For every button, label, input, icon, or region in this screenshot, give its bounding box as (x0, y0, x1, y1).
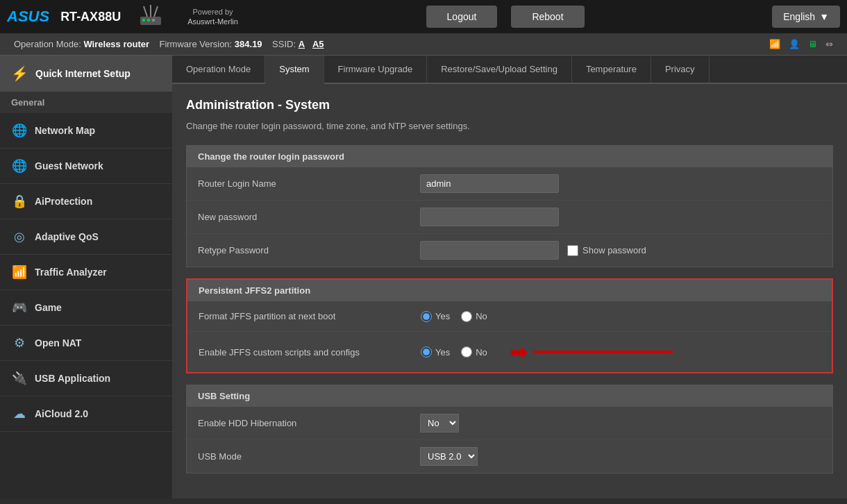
sidebar-item-label: AiCloud 2.0 (35, 408, 88, 419)
hdd-hibernation-select[interactable]: No Yes (420, 414, 459, 432)
retype-password-control: Show password (420, 241, 821, 260)
tab-privacy[interactable]: Privacy (651, 56, 710, 83)
enable-jffs-no-radio[interactable] (461, 346, 472, 358)
sidebar-item-adaptive-qos[interactable]: ◎ Adaptive QoS (0, 219, 172, 255)
retype-password-input[interactable] (420, 241, 559, 260)
format-jffs-no-radio[interactable] (461, 311, 472, 322)
tabs: Operation Mode System Firmware Upgrade R… (172, 56, 847, 84)
language-label: English (783, 11, 815, 22)
show-password-label[interactable]: Show password (567, 245, 646, 256)
sidebar-item-traffic-analyzer[interactable]: 📶 Traffic Analyzer (0, 255, 172, 290)
format-jffs-control: Yes No (421, 311, 821, 322)
jffs-section: Persistent JFFS2 partition Format JFFS p… (186, 278, 833, 373)
tab-firmware-upgrade[interactable]: Firmware Upgrade (324, 56, 428, 83)
open-nat-icon: ⚙ (11, 335, 28, 351)
ssid-a-value: A (299, 39, 305, 49)
enable-jffs-yes-label[interactable]: Yes (421, 346, 450, 358)
sidebar-item-label: USB Application (35, 373, 110, 384)
retype-password-row: Retype Password Show password (187, 234, 832, 267)
sidebar-item-open-nat[interactable]: ⚙ Open NAT (0, 326, 172, 361)
quick-setup-label: Quick Internet Setup (35, 68, 131, 80)
game-icon: 🎮 (11, 300, 28, 315)
show-password-checkbox[interactable] (567, 245, 578, 256)
traffic-analyzer-icon: 📶 (11, 264, 28, 280)
tab-system[interactable]: System (265, 56, 324, 84)
quick-setup-item[interactable]: ⚡ Quick Internet Setup (0, 56, 172, 92)
new-password-input[interactable] (420, 208, 559, 226)
router-login-name-row: Router Login Name (187, 167, 832, 201)
jffs-header: Persistent JFFS2 partition (187, 280, 832, 301)
enable-jffs-control: Yes No ➡ (421, 339, 821, 365)
format-jffs-yes-radio[interactable] (421, 311, 432, 322)
usb-mode-label: USB Mode (198, 451, 420, 462)
red-arrow-icon: ➡ (510, 339, 528, 365)
monitor-icon[interactable]: 🖥 (808, 39, 817, 49)
new-password-label: New password (198, 212, 420, 222)
ssid-a5-value: A5 (312, 39, 324, 49)
tab-temperature[interactable]: Temperature (572, 56, 651, 83)
sidebar-item-label: Game (35, 302, 62, 313)
sidebar: ⚡ Quick Internet Setup General 🌐 Network… (0, 56, 172, 498)
enable-jffs-yes-radio[interactable] (421, 346, 432, 358)
hdd-hibernation-label: Enable HDD Hibernation (198, 418, 420, 428)
logo-area: ASUS RT-AX88U Powered by Asuswrt-Merlin (7, 3, 238, 31)
format-jffs-no-text: No (476, 311, 487, 321)
statusbar-info: Operation Mode: Wireless router Firmware… (14, 39, 324, 49)
login-password-section: Change the router login password Router … (186, 145, 833, 267)
enable-jffs-label: Enable JFFS custom scripts and configs (199, 347, 421, 358)
firmware-value: 384.19 (235, 39, 262, 49)
usb-setting-header: USB Setting (187, 385, 832, 407)
format-jffs-no-label[interactable]: No (461, 311, 487, 322)
operation-mode-label: Operation Mode: (14, 39, 81, 49)
usb-setting-section: USB Setting Enable HDD Hibernation No Ye… (186, 385, 833, 473)
sidebar-item-usb-application[interactable]: 🔌 USB Application (0, 361, 172, 396)
usb-mode-select[interactable]: USB 2.0 USB 3.0 (420, 447, 478, 466)
router-login-name-input[interactable] (420, 174, 559, 193)
sidebar-item-label: Open NAT (35, 337, 81, 348)
logout-button[interactable]: Logout (426, 6, 498, 28)
enable-jffs-no-label[interactable]: No (461, 346, 487, 358)
reboot-button[interactable]: Reboot (511, 6, 584, 28)
language-button[interactable]: English ▼ (772, 6, 840, 28)
powered-by: Powered by Asuswrt-Merlin (187, 7, 238, 27)
usb-mode-row: USB Mode USB 2.0 USB 3.0 (187, 440, 832, 473)
login-password-header: Change the router login password (187, 146, 832, 167)
adaptive-qos-icon: ◎ (11, 229, 28, 244)
user-icon[interactable]: 👤 (789, 39, 800, 49)
usb-mode-control: USB 2.0 USB 3.0 (420, 447, 821, 466)
show-password-text: Show password (582, 245, 646, 255)
sidebar-item-aicloud[interactable]: ☁ AiCloud 2.0 (0, 396, 172, 432)
sidebar-item-network-map[interactable]: 🌐 Network Map (0, 113, 172, 149)
aiprotection-icon: 🔒 (11, 194, 28, 209)
enable-jffs-yes-text: Yes (435, 347, 450, 358)
sidebar-item-aiprotection[interactable]: 🔒 AiProtection (0, 184, 172, 219)
svg-line-6 (154, 6, 158, 17)
topbar: ASUS RT-AX88U Powered by Asuswrt-Merlin … (0, 0, 847, 33)
topbar-center: Logout Reboot (238, 6, 772, 28)
red-arrow-line (534, 351, 673, 353)
svg-rect-3 (152, 19, 155, 22)
page-description: Change the router login password, time z… (186, 121, 833, 131)
format-jffs-label: Format JFFS partition at next boot (199, 311, 421, 321)
chevron-down-icon: ▼ (819, 11, 829, 22)
new-password-control (420, 208, 821, 226)
usb-icon[interactable]: ⇔ (825, 39, 833, 49)
svg-line-4 (144, 6, 147, 17)
operation-mode-value: Wireless router (83, 39, 149, 49)
router-icon (133, 3, 168, 31)
sidebar-item-game[interactable]: 🎮 Game (0, 290, 172, 326)
format-jffs-yes-label[interactable]: Yes (421, 311, 450, 322)
sidebar-item-guest-network[interactable]: 🌐 Guest Network (0, 149, 172, 184)
sidebar-item-label: AiProtection (35, 196, 92, 207)
router-login-name-label: Router Login Name (198, 178, 420, 189)
router-login-name-control (420, 174, 821, 193)
sidebar-item-label: Network Map (35, 125, 95, 136)
wifi-icon[interactable]: 📶 (769, 39, 780, 49)
tab-restore-save[interactable]: Restore/Save/Upload Setting (427, 56, 572, 83)
format-jffs-row: Format JFFS partition at next boot Yes N… (187, 301, 832, 332)
aicloud-icon: ☁ (11, 406, 28, 421)
tab-operation-mode[interactable]: Operation Mode (172, 56, 265, 83)
model-name: RT-AX88U (60, 10, 121, 24)
svg-rect-2 (147, 19, 150, 22)
content-area: Administration - System Change the route… (172, 84, 847, 498)
